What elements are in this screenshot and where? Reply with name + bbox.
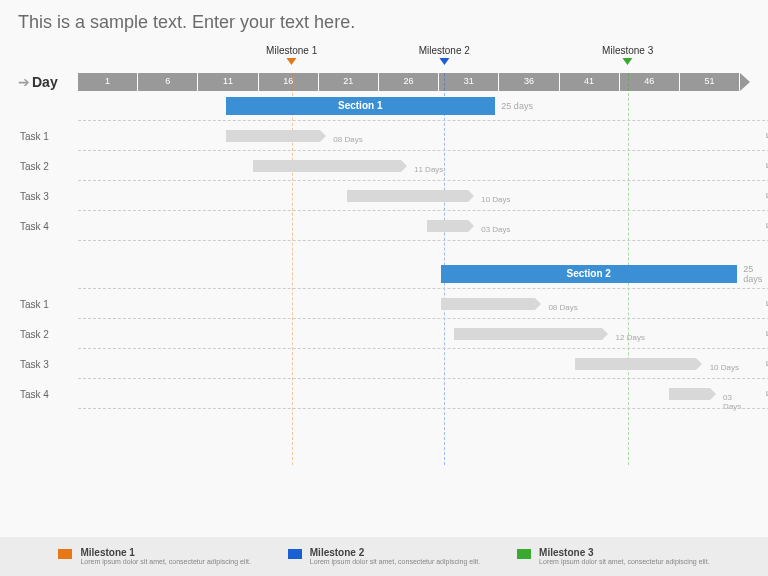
milestone-2: Milestone 2 (419, 45, 470, 65)
section-duration: 25 days (743, 264, 762, 284)
task-duration: 10 Days (710, 363, 739, 372)
task-label: Task 2 (20, 161, 49, 172)
task-label: Task 4 (20, 389, 49, 400)
day-axis: 16111621263136414651 (78, 73, 750, 91)
arrow-right-icon (320, 130, 326, 142)
task-duration: 08 Days (333, 135, 362, 144)
legend-label: Milestone 3 (539, 547, 709, 558)
task-duration: 03 Days (481, 225, 510, 234)
axis-tick: 16 (259, 73, 319, 91)
axis-end-icon (740, 73, 750, 91)
task-bar (669, 388, 709, 400)
task-duration: 10 Days (481, 195, 510, 204)
legend-item-1: Milestone 1Lorem ipsum dolor sit amet, c… (58, 547, 250, 566)
task-duration: 12 Days (616, 333, 645, 342)
task-label: Task 2 (20, 329, 49, 340)
task-row: Task 212 DaysLorem ipsum dolor sit amet (78, 319, 750, 349)
gantt-chart: Section 125 daysTask 108 DaysLorem ipsum… (78, 91, 750, 461)
task-bar (427, 220, 467, 232)
arrow-right-icon (602, 328, 608, 340)
task-bar (441, 298, 535, 310)
axis-tick: 26 (379, 73, 439, 91)
legend-desc: Lorem ipsum dolor sit amet, consectetur … (80, 558, 250, 566)
task-row: Task 310 DaysLorem ipsum dolor sit amet (78, 349, 750, 379)
task-bar (347, 190, 468, 202)
task-bar (226, 130, 320, 142)
task-label: Task 4 (20, 221, 49, 232)
task-row: Task 108 DaysLorem ipsum dolor sit amet (78, 289, 750, 319)
legend-desc: Lorem ipsum dolor sit amet, consectetur … (310, 558, 480, 566)
day-label: Day (32, 74, 58, 90)
legend-item-3: Milestone 3Lorem ipsum dolor sit amet, c… (517, 547, 709, 566)
task-row: Task 310 DaysLorem ipsum dolor sit amet (78, 181, 750, 211)
task-row: Task 211 DaysLorem ipsum dolor sit amet (78, 151, 750, 181)
legend-swatch (288, 549, 302, 559)
legend-label: Milestone 1 (80, 547, 250, 558)
legend-desc: Lorem ipsum dolor sit amet, consectetur … (539, 558, 709, 566)
arrow-right-icon (468, 220, 474, 232)
axis-tick: 46 (620, 73, 680, 91)
task-row: Task 403 DaysLorem ipsum dolor sit amet (78, 379, 750, 409)
task-duration: 11 Days (414, 165, 443, 174)
axis-tick: 1 (78, 73, 138, 91)
task-bar (575, 358, 696, 370)
legend-label: Milestone 2 (310, 547, 480, 558)
milestones-row: Milestone 1Milestone 2Milestone 3 (78, 45, 750, 73)
task-label: Task 1 (20, 131, 49, 142)
arrow-right-icon: ➔ (18, 74, 30, 90)
arrow-right-icon (710, 388, 716, 400)
axis-tick: 51 (680, 73, 740, 91)
axis-row: ➔ Day 16111621263136414651 (18, 73, 750, 91)
legend: Milestone 1Lorem ipsum dolor sit amet, c… (0, 537, 768, 576)
arrow-right-icon (696, 358, 702, 370)
section-row: Section 225 days (78, 259, 750, 289)
task-label: Task 3 (20, 359, 49, 370)
legend-swatch (58, 549, 72, 559)
task-row: Task 108 DaysLorem ipsum dolor sit amet (78, 121, 750, 151)
page-title: This is a sample text. Enter your text h… (18, 12, 750, 33)
axis-tick: 36 (499, 73, 559, 91)
axis-tick: 21 (319, 73, 379, 91)
legend-swatch (517, 549, 531, 559)
task-duration: 08 Days (548, 303, 577, 312)
axis-tick: 41 (560, 73, 620, 91)
milestone-1: Milestone 1 (266, 45, 317, 65)
task-label: Task 3 (20, 191, 49, 202)
section-duration: 25 days (501, 101, 533, 111)
axis-tick: 31 (439, 73, 499, 91)
section-row: Section 125 days (78, 91, 750, 121)
arrow-right-icon (468, 190, 474, 202)
axis-tick: 11 (198, 73, 258, 91)
task-bar (253, 160, 401, 172)
task-row: Task 403 DaysLorem ipsum dolor sit amet (78, 211, 750, 241)
axis-tick: 6 (138, 73, 198, 91)
arrow-right-icon (535, 298, 541, 310)
section-bar-1: Section 1 (226, 97, 495, 115)
arrow-right-icon (401, 160, 407, 172)
legend-item-2: Milestone 2Lorem ipsum dolor sit amet, c… (288, 547, 480, 566)
task-label: Task 1 (20, 299, 49, 310)
section-bar-2: Section 2 (441, 265, 737, 283)
task-bar (454, 328, 602, 340)
milestone-3: Milestone 3 (602, 45, 653, 65)
